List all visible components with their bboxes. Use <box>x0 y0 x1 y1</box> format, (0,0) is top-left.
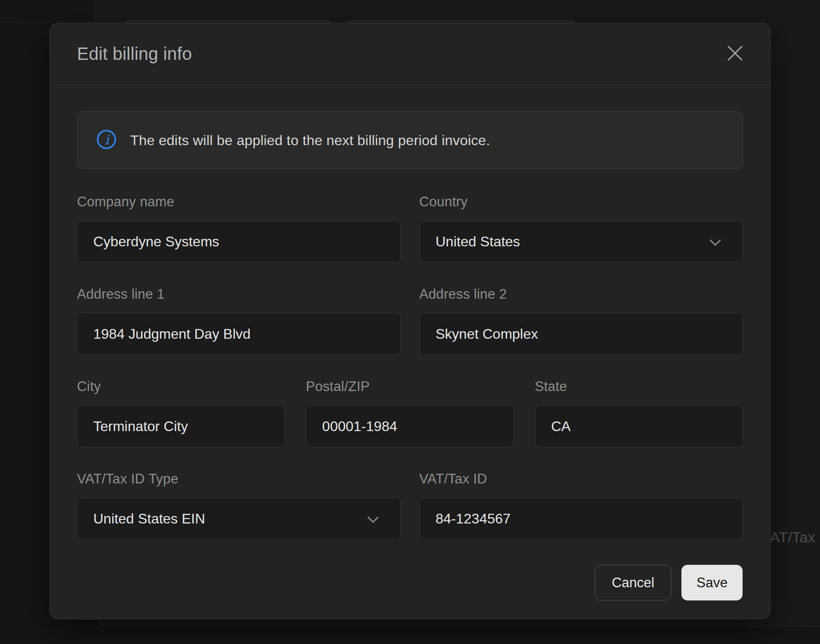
save-button[interactable]: Save <box>681 565 743 600</box>
close-icon <box>727 45 743 63</box>
postal-input[interactable] <box>306 405 514 447</box>
state-input[interactable] <box>535 405 743 447</box>
postal-field-group: Postal/ZIP <box>306 379 514 447</box>
address1-input[interactable] <box>77 313 401 355</box>
country-field-group: Country United States <box>419 194 743 263</box>
info-banner: i The edits will be applied to the next … <box>77 111 743 169</box>
address2-field-group: Address line 2 <box>419 286 743 355</box>
info-icon: i <box>96 129 117 152</box>
address1-label: Address line 1 <box>77 286 401 302</box>
state-label: State <box>535 379 743 395</box>
form-row-3: City Postal/ZIP State <box>77 379 743 447</box>
form-row-1: Company name Country United States <box>77 194 743 263</box>
address2-label: Address line 2 <box>419 286 743 302</box>
close-button[interactable] <box>723 42 747 66</box>
city-label: City <box>77 379 285 395</box>
vat-type-field-group: VAT/Tax ID Type United States EIN <box>77 471 401 540</box>
form-row-2: Address line 1 Address line 2 <box>77 286 743 355</box>
cancel-button[interactable]: Cancel <box>595 565 672 600</box>
chevron-down-icon <box>709 234 721 250</box>
company-name-field-group: Company name <box>77 194 401 263</box>
vat-id-label: VAT/Tax ID <box>419 471 743 487</box>
city-field-group: City <box>77 379 285 447</box>
background-text-fragment: AT/Tax <box>770 529 815 546</box>
info-banner-text: The edits will be applied to the next bi… <box>130 132 490 149</box>
chevron-down-icon <box>367 511 379 527</box>
address1-field-group: Address line 1 <box>77 286 401 355</box>
vat-type-select-value: United States EIN <box>93 511 205 527</box>
form-row-4: VAT/Tax ID Type United States EIN VAT/Ta… <box>77 471 743 540</box>
vat-type-select[interactable]: United States EIN <box>77 498 401 540</box>
dialog-header: Edit billing info <box>50 23 770 85</box>
vat-id-field-group: VAT/Tax ID <box>419 471 743 540</box>
vat-type-label: VAT/Tax ID Type <box>77 471 401 487</box>
dialog-footer: Cancel Save <box>50 565 770 600</box>
svg-text:i: i <box>105 132 110 147</box>
dialog-title: Edit billing info <box>77 44 192 64</box>
address2-input[interactable] <box>419 313 743 355</box>
country-select[interactable]: United States <box>419 220 743 263</box>
postal-label: Postal/ZIP <box>306 379 514 395</box>
company-name-input[interactable] <box>77 220 401 263</box>
company-name-label: Company name <box>77 194 401 210</box>
country-select-value: United States <box>436 234 520 250</box>
edit-billing-info-dialog: Edit billing info i The edits will be ap… <box>49 23 771 619</box>
vat-id-input[interactable] <box>419 498 743 540</box>
dialog-body: i The edits will be applied to the next … <box>50 85 770 540</box>
background-divider <box>0 22 126 22</box>
state-field-group: State <box>535 379 743 447</box>
city-input[interactable] <box>77 405 285 447</box>
country-label: Country <box>419 194 743 210</box>
